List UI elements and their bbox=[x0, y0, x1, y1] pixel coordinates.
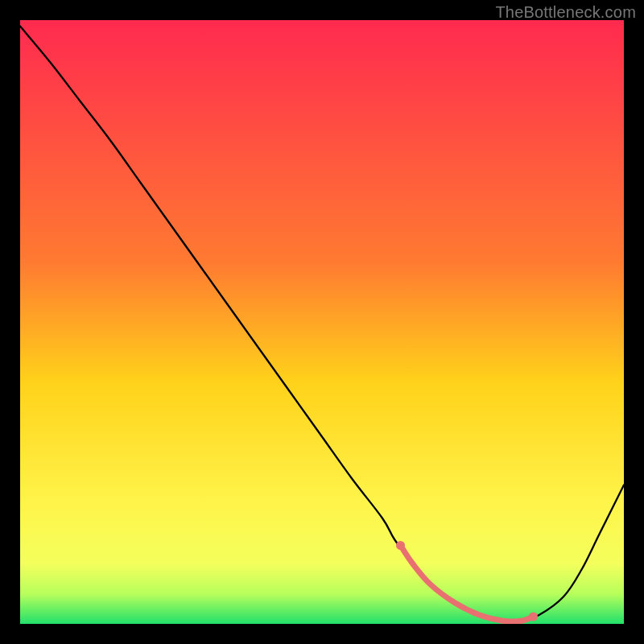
optimal-endpoint-dot bbox=[396, 541, 405, 550]
optimal-endpoint-dot bbox=[529, 613, 538, 621]
attribution-text: TheBottleneck.com bbox=[495, 3, 636, 22]
gradient-backdrop bbox=[20, 20, 624, 624]
bottleneck-chart bbox=[20, 20, 624, 624]
chart-stage: TheBottleneck.com bbox=[0, 0, 644, 644]
